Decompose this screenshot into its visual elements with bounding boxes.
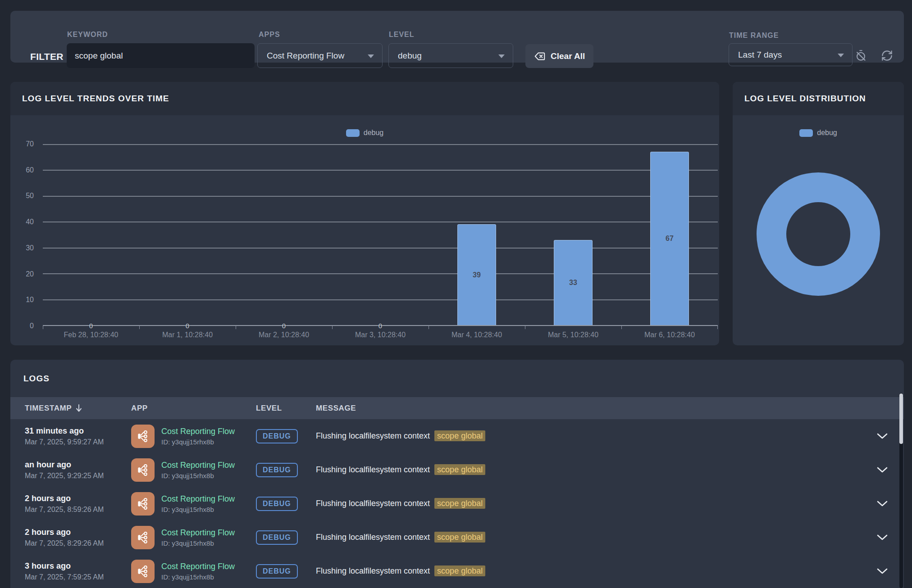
apps-label: APPS [259, 31, 280, 39]
log-table-row[interactable]: 3 hours ago Mar 7, 2025, 7:59:25 AM [10, 554, 904, 588]
bar-value-label: 39 [458, 271, 496, 279]
chevron-down-icon [877, 568, 888, 574]
clear-all-label: Clear All [551, 51, 585, 61]
level-select[interactable]: debug [388, 43, 513, 68]
zero-value-label: 0 [43, 322, 139, 330]
filter-title: FILTER [30, 51, 64, 62]
column-header-timestamp[interactable]: TIMESTAMP [25, 404, 131, 413]
time-range-value: Last 7 days [738, 50, 782, 60]
flow-app-icon [131, 425, 155, 448]
refresh-icon [881, 50, 893, 62]
distribution-legend[interactable]: debug [733, 129, 904, 137]
flow-app-icon [131, 458, 155, 482]
donut-chart[interactable] [757, 172, 880, 296]
expand-row-button[interactable] [874, 532, 890, 543]
log-message-text: Flushing localfilesystem context [316, 431, 432, 440]
log-rows: 31 minutes ago Mar 7, 2025, 9:59:27 AM [10, 419, 904, 588]
log-message-highlight: scope global [434, 565, 485, 576]
log-timestamp: Mar 7, 2025, 8:29:26 AM [25, 539, 131, 547]
bar-category: 0Mar 1, 10:28:40 [139, 144, 236, 325]
trends-plot: 0Feb 28, 10:28:400Mar 1, 10:28:400Mar 2,… [43, 144, 718, 326]
x-tick-label: Mar 4, 10:28:40 [429, 331, 525, 339]
log-message-highlight: scope global [434, 498, 485, 509]
apps-select-value: Cost Reporting Flow [267, 51, 344, 61]
expand-row-button[interactable] [874, 430, 890, 442]
log-message: Flushing localfilesystem context scope g… [316, 533, 859, 542]
keyword-input[interactable] [67, 43, 255, 68]
time-range-label: TIME RANGE [729, 32, 779, 40]
logs-panel-title: LOGS [23, 374, 50, 384]
chevron-down-icon [877, 433, 888, 439]
flow-app-icon [131, 560, 155, 583]
timer-off-icon [855, 50, 867, 62]
column-header-app[interactable]: APP [131, 404, 256, 413]
column-header-level[interactable]: LEVEL [256, 404, 316, 413]
legend-label-debug: debug [364, 129, 384, 137]
bar-category: 33Mar 5, 10:28:40 [525, 144, 621, 325]
bar-debug[interactable]: 33 [554, 240, 593, 326]
chevron-down-icon [498, 52, 505, 60]
chevron-down-icon [368, 52, 374, 60]
level-badge: DEBUG [256, 564, 298, 579]
expand-row-button[interactable] [874, 464, 890, 475]
zero-value-label: 0 [139, 322, 236, 330]
bar-category: 67Mar 6, 10:28:40 [621, 144, 718, 325]
trends-legend[interactable]: debug [10, 129, 719, 137]
log-message-highlight: scope global [434, 430, 485, 441]
x-tick-label: Mar 1, 10:28:40 [139, 331, 236, 339]
refresh-button[interactable] [881, 50, 893, 62]
bar-category: 0Mar 3, 10:28:40 [332, 144, 429, 325]
y-tick-label: 20 [16, 270, 34, 278]
trends-yaxis: 010203040506070 [10, 144, 38, 326]
time-range-select[interactable]: Last 7 days [729, 43, 853, 66]
trends-panel: LOG LEVEL TRENDS OVER TIME debug 0102030… [10, 82, 719, 345]
y-tick-label: 10 [16, 296, 34, 304]
app-id: ID: y3qujj15rhx8b [161, 438, 235, 446]
app-name[interactable]: Cost Reporting Flow [161, 461, 235, 470]
logs-scrollbar-track[interactable] [899, 393, 903, 588]
distribution-chart-body: debug [733, 115, 904, 345]
logs-panel-header: LOGS [10, 360, 904, 397]
app-name[interactable]: Cost Reporting Flow [161, 528, 235, 538]
timer-off-button[interactable] [855, 50, 867, 62]
log-table-row[interactable]: 31 minutes ago Mar 7, 2025, 9:59:27 AM [10, 419, 904, 453]
trends-chart-body: debug 010203040506070 0Feb 28, 10:28:400… [10, 115, 719, 345]
log-message: Flushing localfilesystem context scope g… [316, 465, 859, 475]
keyword-label: KEYWORD [67, 31, 108, 39]
log-table-row[interactable]: 2 hours ago Mar 7, 2025, 8:59:26 AM [10, 487, 904, 520]
log-table-row[interactable]: an hour ago Mar 7, 2025, 9:29:25 AM [10, 453, 904, 487]
log-message: Flushing localfilesystem context scope g… [316, 499, 859, 508]
bar-debug[interactable]: 39 [457, 224, 496, 325]
expand-row-button[interactable] [874, 565, 890, 577]
apps-select[interactable]: Cost Reporting Flow [257, 43, 383, 68]
log-dashboard: FILTER KEYWORD APPS Cost Reporting Flow … [0, 0, 912, 588]
app-name[interactable]: Cost Reporting Flow [161, 494, 235, 504]
bar-value-label: 33 [554, 279, 592, 287]
y-tick-label: 30 [16, 244, 34, 252]
level-badge: DEBUG [256, 497, 298, 511]
log-relative-time: 2 hours ago [25, 528, 131, 537]
log-timestamp: Mar 7, 2025, 9:29:25 AM [25, 472, 131, 480]
log-relative-time: an hour ago [25, 460, 131, 470]
log-relative-time: 3 hours ago [25, 561, 131, 571]
y-tick-label: 70 [16, 140, 34, 148]
level-badge: DEBUG [256, 429, 298, 443]
logs-scrollbar-thumb[interactable] [899, 394, 903, 444]
log-relative-time: 2 hours ago [25, 494, 131, 503]
app-name[interactable]: Cost Reporting Flow [161, 427, 235, 436]
x-tick-label: Mar 6, 10:28:40 [621, 331, 718, 339]
column-header-message[interactable]: MESSAGE [316, 404, 859, 413]
flow-app-icon [131, 492, 155, 516]
app-id: ID: y3qujj15rhx8b [161, 539, 235, 547]
log-table-row[interactable]: 2 hours ago Mar 7, 2025, 8:29:26 AM [10, 520, 904, 554]
bar-category: 0Mar 2, 10:28:40 [236, 144, 332, 325]
log-timestamp: Mar 7, 2025, 9:59:27 AM [25, 438, 131, 446]
bar-debug[interactable]: 67 [650, 152, 689, 325]
app-id: ID: y3qujj15rhx8b [161, 472, 235, 479]
x-tick-label: Mar 5, 10:28:40 [525, 331, 621, 339]
log-message-highlight: scope global [434, 464, 485, 475]
clear-all-button[interactable]: Clear All [525, 44, 593, 68]
app-name[interactable]: Cost Reporting Flow [161, 562, 235, 571]
log-timestamp: Mar 7, 2025, 7:59:25 AM [25, 573, 131, 581]
expand-row-button[interactable] [874, 498, 890, 509]
